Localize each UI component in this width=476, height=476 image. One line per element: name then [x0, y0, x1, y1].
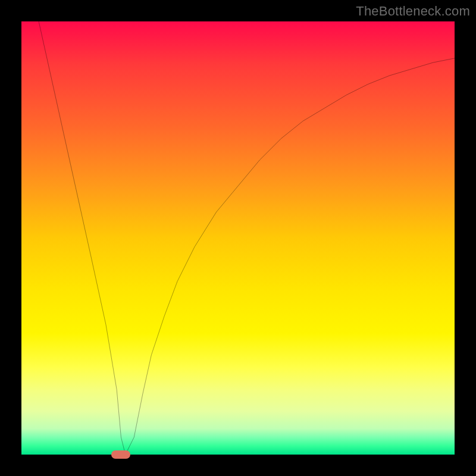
min-marker: [111, 450, 130, 459]
plot-area: [21, 21, 455, 455]
curve-path: [39, 21, 455, 455]
watermark-text: TheBottleneck.com: [356, 4, 470, 19]
chart-frame: TheBottleneck.com: [0, 0, 476, 476]
curve-svg: [21, 21, 455, 455]
